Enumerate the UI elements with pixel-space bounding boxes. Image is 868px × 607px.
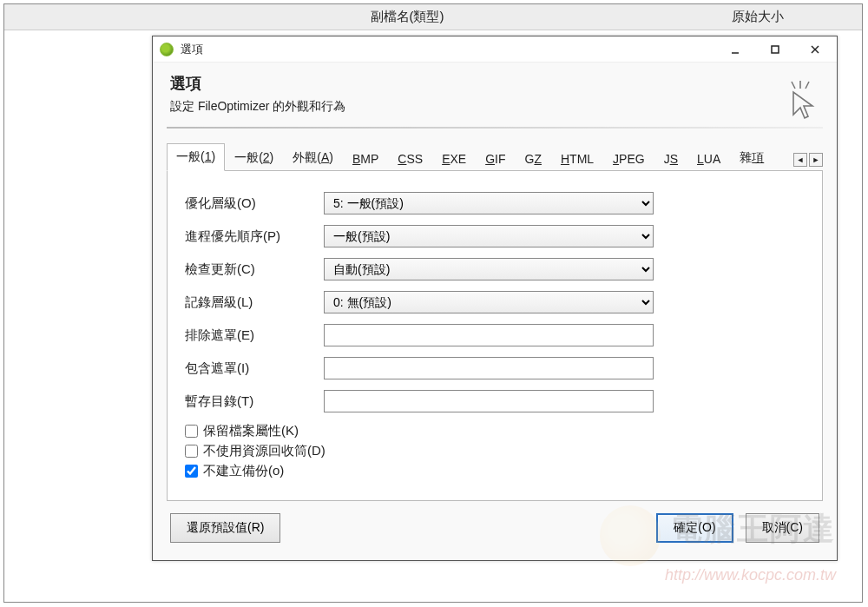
tempdir-input[interactable]: [324, 390, 654, 412]
tab-panel-general1: 優化層級(O) 5: 一般(預設) 進程優先順序(P) 一般(預設) 檢查更新(…: [167, 171, 823, 501]
dialog-title: 選項: [181, 42, 715, 57]
include-input[interactable]: [324, 357, 654, 379]
tab-0[interactable]: 一般(1): [167, 143, 225, 171]
no-backup-label: 不建立備份(o): [203, 463, 284, 479]
tab-12[interactable]: 雜項: [730, 144, 773, 171]
priority-select[interactable]: 一般(預設): [324, 225, 654, 247]
svg-line-4: [792, 82, 795, 89]
restore-defaults-button[interactable]: 還原預設值(R): [170, 513, 280, 543]
loglevel-label: 記錄層級(L): [185, 294, 324, 311]
keep-attr-row[interactable]: 保留檔案屬性(K): [185, 423, 805, 439]
update-label: 檢查更新(C): [185, 261, 324, 278]
tab-2[interactable]: 外觀(A): [283, 144, 343, 171]
keep-attr-checkbox[interactable]: [185, 425, 198, 438]
tab-9[interactable]: JPEG: [603, 146, 654, 171]
heading-title: 選項: [170, 73, 819, 94]
dialog-button-bar: 還原預設值(R) 確定(O) 取消(C): [153, 501, 837, 560]
tabstrip: 一般(1)一般(2)外觀(A)BMPCSSEXEGIFGZHTMLJPEGJSL…: [167, 142, 823, 171]
keep-attr-label: 保留檔案屬性(K): [203, 423, 299, 439]
exclude-label: 排除遮罩(E): [185, 327, 324, 344]
titlebar[interactable]: 選項: [153, 36, 837, 63]
cancel-button[interactable]: 取消(C): [746, 513, 819, 543]
options-dialog: 選項 選項 設定 FileOptimizer 的外觀和行為: [152, 36, 838, 561]
include-label: 包含遮罩(I): [185, 360, 324, 377]
close-button[interactable]: [795, 37, 835, 62]
cursor-icon: [781, 80, 818, 124]
tab-7[interactable]: GZ: [516, 146, 551, 171]
tab-11[interactable]: LUA: [687, 146, 730, 171]
list-header: 副檔名(類型) 原始大小: [4, 4, 862, 30]
tab-scroll-right[interactable]: ►: [809, 153, 823, 167]
loglevel-select[interactable]: 0: 無(預設): [324, 291, 654, 313]
minimize-button[interactable]: [715, 37, 755, 62]
ok-button[interactable]: 確定(O): [656, 513, 733, 543]
app-icon: [160, 43, 174, 56]
svg-rect-1: [772, 46, 779, 53]
svg-line-6: [806, 82, 809, 89]
tab-scroll: ◄ ►: [793, 153, 823, 170]
priority-label: 進程優先順序(P): [185, 228, 324, 245]
no-recycle-row[interactable]: 不使用資源回收筒(D): [185, 443, 805, 459]
heading-subtitle: 設定 FileOptimizer 的外觀和行為: [170, 99, 819, 115]
tab-3[interactable]: BMP: [343, 146, 388, 171]
tempdir-label: 暫存目錄(T): [185, 393, 324, 410]
tab-8[interactable]: HTML: [551, 146, 603, 171]
col-original-size: 原始大小: [654, 9, 862, 25]
opt-level-label: 優化層級(O): [185, 195, 324, 212]
exclude-input[interactable]: [324, 324, 654, 346]
maximize-button[interactable]: [755, 37, 795, 62]
watermark-url: http://www.kocpc.com.tw: [665, 566, 836, 584]
divider: [167, 127, 823, 129]
tab-6[interactable]: GIF: [476, 146, 515, 171]
opt-level-select[interactable]: 5: 一般(預設): [324, 192, 654, 214]
update-select[interactable]: 自動(預設): [324, 258, 654, 280]
tab-10[interactable]: JS: [654, 146, 687, 171]
tab-scroll-left[interactable]: ◄: [793, 153, 807, 167]
main-window: 副檔名(類型) 原始大小 選項 選項 設定 FileOptimizer 的外觀和…: [3, 3, 863, 603]
tab-4[interactable]: CSS: [388, 146, 432, 171]
dialog-heading: 選項 設定 FileOptimizer 的外觀和行為: [153, 63, 837, 118]
col-extension: 副檔名(類型): [161, 9, 654, 25]
no-backup-checkbox[interactable]: [185, 465, 198, 478]
tab-5[interactable]: EXE: [432, 146, 476, 171]
tab-1[interactable]: 一般(2): [225, 144, 283, 171]
no-recycle-checkbox[interactable]: [185, 445, 198, 458]
no-recycle-label: 不使用資源回收筒(D): [203, 443, 326, 459]
no-backup-row[interactable]: 不建立備份(o): [185, 463, 805, 479]
